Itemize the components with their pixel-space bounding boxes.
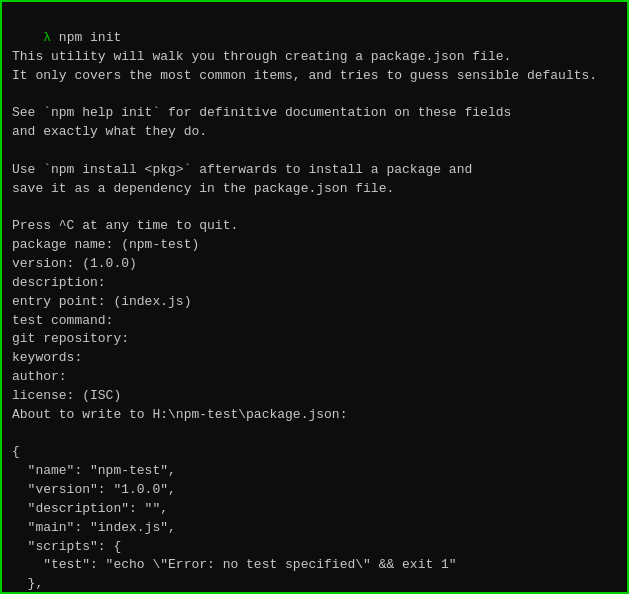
terminal-window: λ npm init This utility will walk you th… — [0, 0, 629, 594]
terminal-content: λ npm init This utility will walk you th… — [12, 10, 617, 594]
prompt-line: λ npm init This utility will walk you th… — [12, 30, 597, 594]
prompt-symbol: λ — [43, 30, 51, 45]
